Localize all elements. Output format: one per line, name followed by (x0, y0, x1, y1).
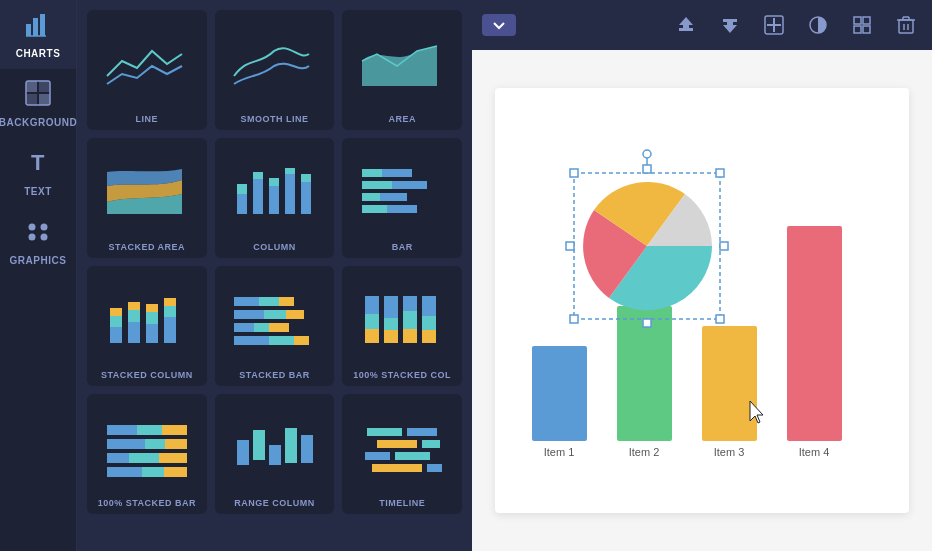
svg-rect-88 (237, 440, 249, 465)
delete-button[interactable] (890, 11, 922, 39)
svg-marker-102 (679, 17, 693, 28)
100-stacked-bar-preview (91, 402, 203, 492)
chart-svg: Item 1 Item 2 Item 3 Item 4 (495, 91, 909, 511)
svg-rect-43 (164, 298, 176, 306)
chart-tile-line-label: LINE (136, 114, 159, 124)
sidebar-item-text[interactable]: T TEXT (0, 138, 76, 207)
sidebar-item-graphics[interactable]: GRAPHICS (0, 207, 76, 276)
svg-rect-57 (365, 296, 379, 314)
chart-tile-100-stacked-bar-label: 100% STACKED BAR (98, 498, 196, 508)
svg-rect-7 (39, 81, 50, 92)
add-button[interactable] (758, 11, 790, 39)
timeline-preview (346, 402, 458, 492)
svg-point-13 (41, 234, 48, 241)
svg-rect-47 (234, 310, 264, 319)
svg-rect-106 (767, 24, 781, 26)
stacked-area-preview (91, 146, 203, 236)
svg-marker-104 (723, 22, 737, 33)
chart-tile-bar-label: BAR (392, 242, 413, 252)
chart-tile-bar[interactable]: BAR (342, 138, 462, 258)
chart-panel: LINE SMOOTH LINE AREA (77, 0, 472, 551)
chart-tile-range-column[interactable]: RANGE COLUMN (215, 394, 335, 514)
svg-text:Item 1: Item 1 (544, 446, 575, 458)
chart-tile-timeline[interactable]: TIMELINE (342, 394, 462, 514)
svg-rect-33 (110, 316, 122, 327)
svg-rect-97 (365, 452, 390, 460)
svg-rect-61 (384, 296, 398, 318)
stacked-bar-preview (219, 274, 331, 364)
svg-rect-66 (403, 311, 417, 329)
svg-rect-20 (285, 174, 295, 214)
svg-rect-44 (234, 297, 259, 306)
svg-rect-96 (422, 440, 440, 448)
chart-tile-line[interactable]: LINE (87, 10, 207, 130)
chart-tile-range-column-label: RANGE COLUMN (234, 498, 315, 508)
chart-tile-stacked-area[interactable]: STACKED AREA (87, 138, 207, 258)
svg-rect-23 (301, 174, 311, 182)
chart-tile-smooth-line[interactable]: SMOOTH LINE (215, 10, 335, 130)
svg-rect-111 (854, 26, 861, 33)
smooth-line-preview (219, 18, 331, 108)
svg-rect-69 (422, 296, 436, 316)
svg-rect-54 (269, 336, 294, 345)
area-preview (346, 18, 458, 108)
chart-tile-stacked-bar[interactable]: STACKED BAR (215, 266, 335, 386)
svg-rect-89 (253, 430, 265, 460)
svg-rect-8 (26, 94, 37, 105)
svg-rect-17 (253, 172, 263, 179)
svg-rect-110 (863, 17, 870, 24)
sidebar-item-background-label: BACKGROUND (0, 117, 77, 128)
chart-tile-100-stacked-col-label: 100% STACKED COL (353, 370, 451, 380)
canvas-content[interactable]: Item 1 Item 2 Item 3 Item 4 (495, 88, 909, 514)
line-preview (91, 18, 203, 108)
chart-tile-column[interactable]: COLUMN (215, 138, 335, 258)
svg-rect-95 (377, 440, 417, 448)
svg-rect-90 (269, 445, 281, 465)
svg-rect-5 (26, 81, 37, 92)
svg-rect-67 (403, 329, 417, 343)
column-preview (219, 146, 331, 236)
chart-tile-stacked-area-label: STACKED AREA (109, 242, 186, 252)
chart-tile-100-stacked-col[interactable]: 100% STACKED COL (342, 266, 462, 386)
svg-rect-74 (137, 425, 162, 435)
svg-rect-18 (269, 186, 279, 214)
svg-rect-112 (863, 26, 870, 33)
chart-tile-stacked-column[interactable]: STACKED COLUMN (87, 266, 207, 386)
svg-rect-133 (643, 165, 651, 173)
svg-rect-42 (164, 306, 176, 317)
move-down-button[interactable] (714, 11, 746, 39)
chart-grid: LINE SMOOTH LINE AREA (87, 10, 462, 514)
svg-text:Item 4: Item 4 (799, 446, 830, 458)
svg-rect-53 (234, 336, 269, 345)
svg-rect-15 (237, 184, 247, 194)
svg-rect-21 (285, 168, 295, 174)
svg-rect-100 (427, 464, 442, 472)
background-icon (24, 79, 52, 113)
svg-rect-6 (39, 94, 50, 105)
chart-tile-smooth-line-label: SMOOTH LINE (240, 114, 308, 124)
svg-rect-46 (279, 297, 294, 306)
svg-rect-86 (142, 467, 164, 477)
sidebar-item-charts[interactable]: CHARTS (0, 0, 76, 69)
sidebar-item-background[interactable]: BACKGROUND (0, 69, 76, 138)
svg-text:Item 3: Item 3 (714, 446, 745, 458)
sidebar-item-charts-label: CHARTS (16, 48, 61, 59)
svg-rect-92 (301, 435, 313, 463)
svg-rect-120 (532, 346, 587, 441)
svg-rect-63 (384, 330, 398, 343)
sidebar-item-graphics-label: GRAPHICS (10, 255, 67, 266)
dropdown-button[interactable] (482, 14, 516, 36)
bar-preview (346, 146, 458, 236)
grid-button[interactable] (846, 11, 878, 39)
canvas-body: Item 1 Item 2 Item 3 Item 4 (472, 50, 932, 551)
fill-button[interactable] (802, 11, 834, 39)
chart-tile-area[interactable]: AREA (342, 10, 462, 130)
move-up-button[interactable] (670, 11, 702, 39)
text-icon: T (24, 148, 52, 182)
chart-tile-column-label: COLUMN (253, 242, 296, 252)
svg-rect-99 (372, 464, 422, 472)
chart-tile-100-stacked-bar[interactable]: 100% STACKED BAR (87, 394, 207, 514)
svg-rect-22 (301, 182, 311, 214)
svg-rect-59 (365, 329, 379, 343)
svg-rect-77 (107, 439, 145, 449)
